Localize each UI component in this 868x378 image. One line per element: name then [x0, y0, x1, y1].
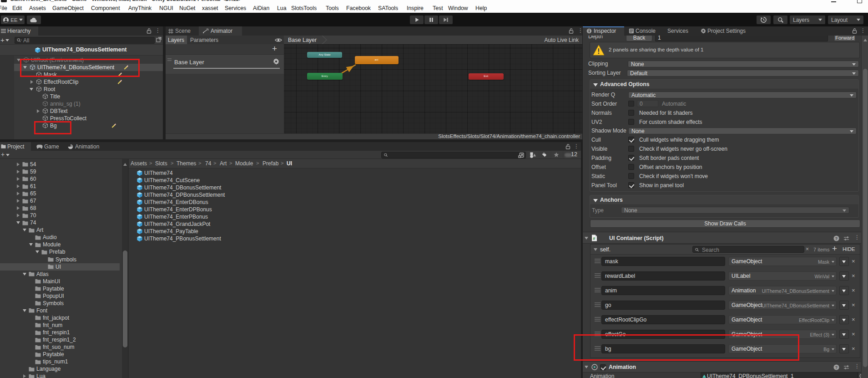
svg-text:?: ? [835, 365, 838, 370]
svg-text:?: ? [835, 236, 838, 241]
svg-text:#: # [593, 236, 595, 241]
